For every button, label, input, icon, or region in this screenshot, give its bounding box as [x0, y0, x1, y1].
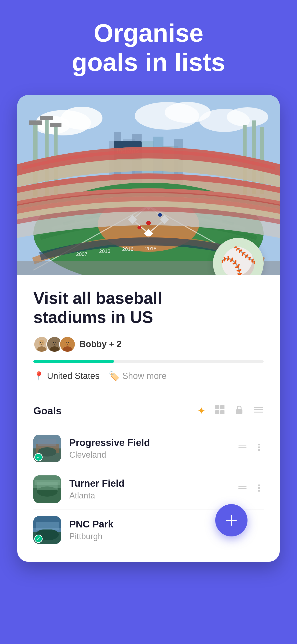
avatar-group: [34, 336, 76, 353]
lock-icon[interactable]: [234, 405, 244, 417]
completed-badge: ✓: [34, 534, 42, 543]
goal-info: Progressive Field Cleveland: [69, 437, 230, 460]
stadium-image: Indians: [17, 95, 280, 275]
goal-name: PNC Park: [69, 519, 223, 530]
goal-controls: [238, 484, 264, 495]
goal-thumbnail: [34, 476, 61, 503]
svg-rect-22: [40, 116, 53, 120]
goals-list: ✓ Progressive Field Cleveland: [34, 428, 264, 550]
drag-handle[interactable]: [238, 443, 247, 454]
drag-handle[interactable]: [238, 484, 247, 495]
location-label: United States: [47, 371, 100, 381]
svg-point-62: [68, 342, 69, 343]
svg-point-50: [42, 342, 44, 343]
headline-line2: goals in lists: [72, 48, 225, 76]
svg-point-55: [53, 342, 54, 343]
goal-info: Turner Field Atlanta: [69, 478, 230, 500]
show-more-tag[interactable]: 🏷️ Show more: [109, 371, 166, 381]
goal-controls: [238, 443, 264, 454]
svg-point-48: [39, 340, 44, 345]
svg-point-7: [227, 107, 268, 127]
svg-text:2018: 2018: [145, 246, 156, 252]
goal-location: Pittburgh: [69, 532, 223, 541]
tags-row: 📍 United States 🏷️ Show more: [34, 371, 264, 381]
svg-point-80: [258, 449, 260, 451]
svg-rect-66: [220, 410, 224, 414]
main-card: Indians: [17, 95, 280, 562]
sparkle-icon[interactable]: ✦: [197, 405, 206, 417]
add-goal-button[interactable]: [215, 504, 248, 536]
svg-point-56: [56, 342, 56, 343]
svg-text:2016: 2016: [122, 246, 134, 252]
location-icon: 📍: [34, 371, 44, 381]
goal-thumbnail: ✓: [34, 516, 61, 544]
goals-header: Goals ✦: [34, 405, 264, 417]
goal-name: Progressive Field: [69, 437, 230, 448]
card-content: Visit all baseball stadiums in US: [17, 275, 280, 393]
svg-point-53: [50, 346, 59, 352]
svg-point-90: [258, 490, 260, 492]
location-tag: 📍 United States: [34, 371, 100, 381]
goal-info: PNC Park Pittburgh: [69, 519, 223, 541]
svg-point-61: [66, 342, 67, 343]
svg-text:2007: 2007: [76, 251, 88, 257]
svg-point-49: [40, 342, 41, 343]
goal-thumbnail: ✓: [34, 435, 61, 462]
goals-actions: ✦: [197, 405, 264, 417]
svg-point-79: [258, 446, 260, 448]
goal-location: Cleveland: [69, 450, 230, 460]
progress-bar-container: [34, 360, 264, 363]
card-title: Visit all baseball stadiums in US: [34, 288, 264, 327]
goal-location: Atlanta: [69, 491, 230, 500]
svg-point-60: [65, 340, 70, 345]
more-button[interactable]: [254, 443, 264, 454]
contributors-row: Bobby + 2: [34, 336, 264, 353]
svg-rect-63: [215, 405, 220, 409]
more-button[interactable]: [254, 484, 264, 495]
goals-title: Goals: [34, 405, 62, 417]
svg-point-78: [258, 444, 260, 446]
svg-text:2013: 2013: [99, 248, 110, 254]
svg-point-42: [146, 221, 151, 225]
svg-rect-67: [236, 409, 242, 414]
svg-rect-65: [215, 410, 220, 414]
tag-icon: 🏷️: [109, 371, 120, 381]
goals-section: Goals ✦: [17, 393, 280, 562]
goal-name: Turner Field: [69, 478, 230, 489]
grid-icon[interactable]: [215, 405, 225, 417]
contributor-names: Bobby + 2: [80, 339, 122, 349]
goal-item[interactable]: ✓ PNC Park Pittburgh: [34, 510, 264, 550]
goal-item[interactable]: ✓ Progressive Field Cleveland: [34, 428, 264, 469]
svg-point-88: [258, 484, 260, 486]
svg-rect-64: [220, 405, 224, 409]
filter-icon[interactable]: [254, 405, 264, 417]
page-headline: Organise goals in lists: [72, 18, 225, 77]
goal-item[interactable]: Turner Field Atlanta: [34, 469, 264, 510]
svg-point-43: [138, 226, 141, 230]
svg-point-44: [158, 213, 162, 217]
show-more-label: Show more: [122, 371, 166, 381]
svg-rect-21: [29, 120, 42, 125]
svg-rect-75: [38, 439, 56, 446]
completed-badge: ✓: [34, 453, 42, 461]
svg-point-47: [37, 346, 46, 352]
progress-bar: [34, 360, 114, 363]
svg-point-59: [63, 346, 72, 352]
svg-point-54: [52, 340, 57, 345]
svg-rect-95: [36, 522, 59, 530]
svg-rect-85: [34, 480, 60, 484]
headline-line1: Organise: [94, 19, 204, 47]
svg-point-89: [258, 487, 260, 489]
avatar-3: [59, 336, 76, 353]
svg-rect-23: [50, 123, 62, 127]
